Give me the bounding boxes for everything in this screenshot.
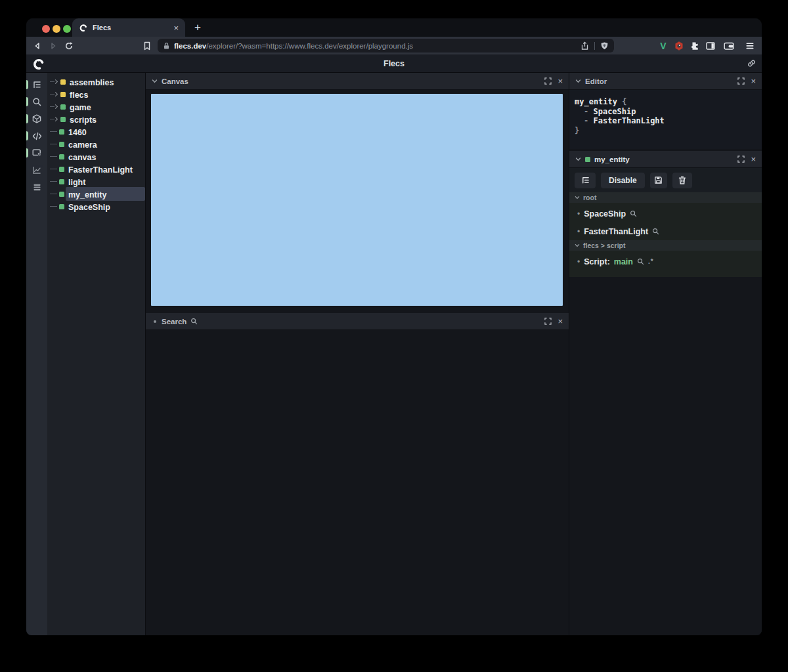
app-title: Flecs xyxy=(26,54,762,73)
chevron-right-icon[interactable] xyxy=(53,92,58,96)
expand-icon[interactable] xyxy=(737,77,745,85)
brave-shield-icon[interactable] xyxy=(600,41,609,51)
menu-icon[interactable] xyxy=(746,42,755,50)
tree-item-label-wrap: canvas xyxy=(66,150,145,163)
component-row[interactable]: •FasterThanLight xyxy=(569,222,762,240)
tree-item-1460[interactable]: 1460 xyxy=(47,125,145,138)
chevron-right-icon[interactable] xyxy=(53,117,58,121)
bullet-icon: • xyxy=(577,257,580,266)
close-icon[interactable]: × xyxy=(751,77,756,85)
tree-item-camera[interactable]: camera xyxy=(47,138,145,150)
expand-icon[interactable] xyxy=(544,77,552,85)
section-header[interactable]: flecs > script xyxy=(569,240,762,251)
tree-item-flecs[interactable]: flecs xyxy=(47,88,145,100)
tree-item-scripts[interactable]: scripts xyxy=(47,113,145,125)
component-row[interactable]: •Script:main.* xyxy=(569,253,762,270)
chevron-down-icon[interactable] xyxy=(575,195,580,200)
expand-icon[interactable] xyxy=(544,318,552,325)
forward-icon[interactable] xyxy=(49,41,58,51)
expand-icon[interactable] xyxy=(737,156,745,163)
tree-item-game[interactable]: game xyxy=(47,100,145,113)
chevron-right-icon[interactable] xyxy=(53,104,58,109)
section-title: root xyxy=(583,194,596,201)
search-small-icon[interactable] xyxy=(630,210,637,217)
expr-icon[interactable]: .* xyxy=(648,258,654,265)
tab-title: Flecs xyxy=(93,24,169,32)
browser-tab[interactable]: Flecs × xyxy=(72,18,185,37)
close-icon[interactable]: × xyxy=(751,155,756,163)
canvas-select-icon[interactable] xyxy=(26,144,47,161)
save-button[interactable] xyxy=(650,173,667,188)
component-name: SpaceShip xyxy=(584,209,626,219)
bullet-icon: • xyxy=(577,209,580,219)
tree-item-canvas[interactable]: canvas xyxy=(47,150,145,163)
code-token: my_entity xyxy=(575,97,617,106)
tab-strip: Flecs × + xyxy=(26,18,762,37)
chevron-down-icon[interactable] xyxy=(575,243,580,248)
code-token: SpaceShip xyxy=(593,107,636,116)
section-header[interactable]: root xyxy=(569,192,762,203)
tree-item-label: my_entity xyxy=(68,190,106,200)
show-in-tree-button[interactable] xyxy=(575,173,596,188)
delete-button[interactable] xyxy=(672,173,692,188)
memory-icon[interactable] xyxy=(26,178,47,196)
traffic-close-button[interactable] xyxy=(42,25,50,33)
render-canvas[interactable] xyxy=(151,94,563,306)
extensions-puzzle-icon[interactable] xyxy=(690,41,700,51)
canvas-panel-body xyxy=(146,90,569,313)
tree-guide xyxy=(50,181,57,182)
chevron-right-icon[interactable] xyxy=(53,79,58,84)
code-token: { xyxy=(622,97,626,106)
bookmark-icon[interactable] xyxy=(143,41,152,51)
stats-icon[interactable] xyxy=(26,161,47,178)
url-domain: flecs.dev xyxy=(174,42,206,50)
search-icon[interactable] xyxy=(26,93,47,110)
component-row[interactable]: •SpaceShip xyxy=(569,205,762,222)
tree-item-FasterThanLight[interactable]: FasterThanLight xyxy=(47,163,145,175)
extension-adblock-icon[interactable] xyxy=(674,41,684,51)
tree-item-SpaceShip[interactable]: SpaceShip xyxy=(47,200,145,213)
outliner-icon[interactable] xyxy=(26,76,47,93)
tree-guide xyxy=(50,156,57,157)
disable-button[interactable]: Disable xyxy=(601,173,645,188)
collapsed-dot-icon[interactable] xyxy=(154,320,156,323)
inspector-panel: my_entity × Disable xyxy=(569,151,762,277)
component-name: FasterThanLight xyxy=(584,227,648,236)
main-empty-area xyxy=(146,330,569,635)
tree-item-light[interactable]: light xyxy=(47,175,145,188)
close-icon[interactable]: × xyxy=(558,317,563,326)
tab-favicon-flecs-logo-icon xyxy=(79,23,88,32)
code-icon[interactable] xyxy=(26,127,47,144)
tab-close-icon[interactable]: × xyxy=(173,23,179,33)
link-icon[interactable] xyxy=(747,58,756,68)
code-editor[interactable]: my_entity {- SpaceShip- FasterThanLight} xyxy=(569,90,762,149)
chevron-down-icon[interactable] xyxy=(575,156,581,162)
search-small-icon[interactable] xyxy=(637,258,644,265)
tree-item-label: assemblies xyxy=(70,78,114,87)
back-icon[interactable] xyxy=(33,41,42,51)
sidebar-toggle-icon[interactable] xyxy=(706,41,716,51)
search-small-icon[interactable] xyxy=(652,228,659,235)
extension-vue-icon[interactable]: V xyxy=(660,41,666,51)
entities-icon[interactable] xyxy=(26,110,47,127)
active-indicator xyxy=(26,131,28,140)
traffic-zoom-button[interactable] xyxy=(63,25,71,33)
chevron-down-icon[interactable] xyxy=(152,78,158,84)
wallet-icon[interactable] xyxy=(724,41,734,51)
reload-icon[interactable] xyxy=(64,41,74,51)
tree-item-label: 1460 xyxy=(68,128,87,137)
tree-guide xyxy=(50,206,57,207)
tree-item-label-wrap: camera xyxy=(66,137,145,151)
tree-item-my_entity[interactable]: my_entity xyxy=(47,188,145,200)
url-bar[interactable]: flecs.dev/explorer/?wasm=https://www.fle… xyxy=(158,39,614,52)
share-icon[interactable] xyxy=(580,41,589,51)
traffic-minimize-button[interactable] xyxy=(53,25,60,33)
entity-square-icon xyxy=(585,157,590,162)
active-indicator xyxy=(26,97,28,106)
right-column: Editor × my_entity {- SpaceShip- FasterT… xyxy=(569,73,762,635)
new-tab-button[interactable]: + xyxy=(190,20,205,35)
tree-item-assemblies[interactable]: assemblies xyxy=(47,75,145,88)
chevron-down-icon[interactable] xyxy=(575,78,581,84)
close-icon[interactable]: × xyxy=(558,77,563,85)
active-indicator xyxy=(26,148,28,158)
